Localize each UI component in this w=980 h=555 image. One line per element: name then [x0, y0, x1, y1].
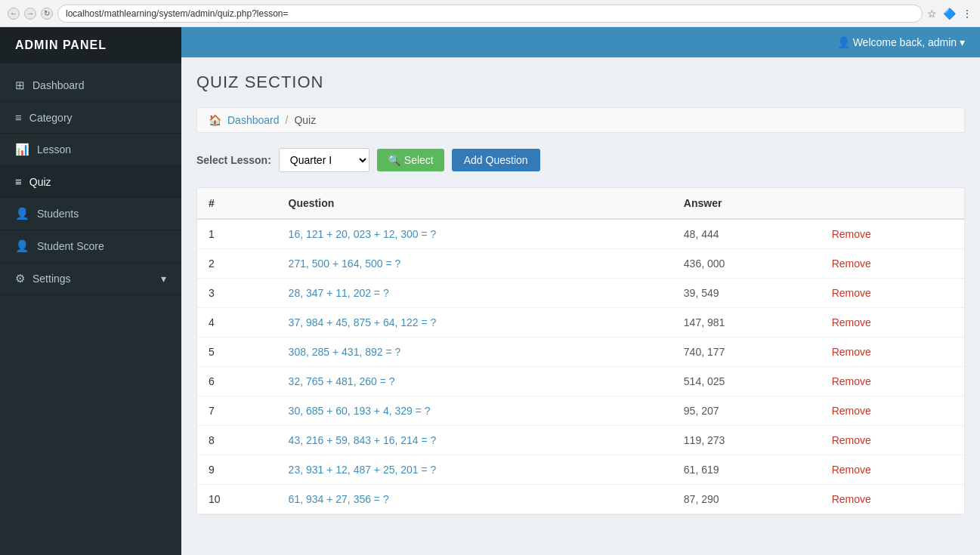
question-link[interactable]: 30, 685 + 60, 193 + 4, 329 = ? — [289, 405, 431, 417]
cell-question: 28, 347 + 11, 202 = ? — [277, 279, 672, 308]
col-header-num: # — [197, 188, 277, 219]
remove-link[interactable]: Remove — [832, 257, 871, 270]
cell-question: 32, 765 + 481, 260 = ? — [277, 367, 672, 396]
forward-btn[interactable]: → — [24, 8, 36, 20]
cell-remove: Remove — [821, 308, 964, 338]
admin-panel-title: ADMIN PANEL — [0, 27, 181, 63]
select-button[interactable]: 🔍 Select — [377, 149, 444, 171]
cell-remove: Remove — [821, 219, 964, 249]
sidebar-item-quiz[interactable]: ≡ Quiz — [0, 166, 181, 198]
cell-remove: Remove — [821, 338, 964, 367]
star-icon[interactable]: ☆ — [927, 8, 937, 20]
main-content: 👤 Welcome back, admin ▾ QUIZ SECTION 🏠 D… — [181, 27, 980, 555]
cell-question: 271, 500 + 164, 500 = ? — [277, 249, 672, 279]
lesson-select[interactable]: Quarter I Quarter II Quarter III Quarter… — [279, 148, 369, 172]
cell-remove: Remove — [821, 279, 964, 308]
question-link[interactable]: 23, 931 + 12, 487 + 25, 201 = ? — [289, 464, 437, 476]
breadcrumb-current: Quiz — [294, 114, 316, 126]
welcome-message[interactable]: 👤 Welcome back, admin ▾ — [837, 36, 965, 48]
url-bar[interactable] — [57, 5, 923, 23]
table-row: 10 61, 934 + 27, 356 = ? 87, 290 Remove — [197, 485, 964, 514]
cell-num: 9 — [197, 455, 277, 485]
sidebar-item-students-label: Students — [37, 208, 79, 220]
cell-remove: Remove — [821, 455, 964, 485]
sidebar-item-lesson-label: Lesson — [37, 143, 71, 156]
sidebar-item-quiz-label: Quiz — [29, 176, 51, 188]
quiz-icon: ≡ — [15, 175, 22, 188]
cell-num: 1 — [197, 219, 277, 249]
back-btn[interactable]: ← — [8, 8, 20, 20]
welcome-text: Welcome back, admin — [853, 36, 957, 48]
remove-link[interactable]: Remove — [832, 464, 871, 476]
question-link[interactable]: 37, 984 + 45, 875 + 64, 122 = ? — [289, 316, 437, 328]
cell-question: 43, 216 + 59, 843 + 16, 214 = ? — [277, 426, 672, 455]
remove-link[interactable]: Remove — [832, 228, 871, 240]
cell-num: 7 — [197, 396, 277, 426]
sidebar-item-settings[interactable]: ⚙ Settings ▾ — [0, 263, 181, 295]
cell-num: 8 — [197, 426, 277, 455]
remove-link[interactable]: Remove — [832, 316, 871, 328]
cell-num: 5 — [197, 338, 277, 367]
cell-remove: Remove — [821, 367, 964, 396]
sidebar: ADMIN PANEL ⊞ Dashboard ≡ Category 📊 Les… — [0, 27, 181, 555]
sidebar-item-dashboard-label: Dashboard — [32, 79, 85, 91]
sidebar-item-lesson[interactable]: 📊 Lesson — [0, 134, 181, 166]
question-link[interactable]: 308, 285 + 431, 892 = ? — [289, 346, 401, 358]
extension-icon[interactable]: 🔷 — [943, 8, 956, 20]
cell-answer: 48, 444 — [672, 219, 821, 249]
cell-question: 61, 934 + 27, 356 = ? — [277, 485, 672, 514]
cell-answer: 95, 207 — [672, 396, 821, 426]
cell-num: 10 — [197, 485, 277, 514]
cell-remove: Remove — [821, 249, 964, 279]
sidebar-item-category[interactable]: ≡ Category — [0, 102, 181, 134]
remove-link[interactable]: Remove — [832, 287, 871, 299]
category-icon: ≡ — [15, 111, 22, 124]
menu-icon[interactable]: ⋮ — [962, 8, 972, 20]
settings-chevron-icon: ▾ — [161, 273, 166, 285]
remove-link[interactable]: Remove — [832, 493, 871, 505]
cell-answer: 87, 290 — [672, 485, 821, 514]
breadcrumb-separator: / — [286, 114, 289, 126]
sidebar-item-dashboard[interactable]: ⊞ Dashboard — [0, 69, 181, 102]
add-question-button[interactable]: Add Question — [452, 149, 540, 171]
top-bar: 👤 Welcome back, admin ▾ — [181, 27, 980, 57]
sidebar-nav: ⊞ Dashboard ≡ Category 📊 Lesson ≡ Quiz 👤… — [0, 63, 181, 295]
table-row: 1 16, 121 + 20, 023 + 12, 300 = ? 48, 44… — [197, 219, 964, 249]
table-row: 8 43, 216 + 59, 843 + 16, 214 = ? 119, 2… — [197, 426, 964, 455]
dropdown-arrow-icon: ▾ — [960, 36, 965, 48]
sidebar-item-student-score-label: Student Score — [37, 240, 104, 252]
user-icon: 👤 — [837, 36, 850, 48]
quiz-table-container: # Question Answer 1 16, 121 + 20, 023 + … — [196, 187, 965, 515]
page-title: QUIZ SECTION — [196, 72, 965, 92]
lesson-icon: 📊 — [15, 143, 29, 156]
question-link[interactable]: 16, 121 + 20, 023 + 12, 300 = ? — [289, 228, 437, 240]
table-row: 5 308, 285 + 431, 892 = ? 740, 177 Remov… — [197, 338, 964, 367]
content-area: QUIZ SECTION 🏠 Dashboard / Quiz Select L… — [181, 57, 980, 530]
question-link[interactable]: 271, 500 + 164, 500 = ? — [289, 257, 401, 270]
remove-link[interactable]: Remove — [832, 375, 871, 387]
table-row: 3 28, 347 + 11, 202 = ? 39, 549 Remove — [197, 279, 964, 308]
cell-answer: 436, 000 — [672, 249, 821, 279]
question-link[interactable]: 32, 765 + 481, 260 = ? — [289, 375, 395, 387]
cell-num: 2 — [197, 249, 277, 279]
cell-remove: Remove — [821, 426, 964, 455]
sidebar-item-student-score[interactable]: 👤 Student Score — [0, 230, 181, 263]
refresh-btn[interactable]: ↻ — [41, 8, 53, 20]
table-row: 2 271, 500 + 164, 500 = ? 436, 000 Remov… — [197, 249, 964, 279]
question-link[interactable]: 43, 216 + 59, 843 + 16, 214 = ? — [289, 434, 437, 446]
table-row: 9 23, 931 + 12, 487 + 25, 201 = ? 61, 61… — [197, 455, 964, 485]
question-link[interactable]: 61, 934 + 27, 356 = ? — [289, 493, 389, 505]
remove-link[interactable]: Remove — [832, 434, 871, 446]
select-button-label: Select — [404, 154, 434, 166]
breadcrumb-home[interactable]: Dashboard — [227, 114, 280, 126]
remove-link[interactable]: Remove — [832, 405, 871, 417]
cell-question: 30, 685 + 60, 193 + 4, 329 = ? — [277, 396, 672, 426]
remove-link[interactable]: Remove — [832, 346, 871, 358]
cell-question: 23, 931 + 12, 487 + 25, 201 = ? — [277, 455, 672, 485]
table-body: 1 16, 121 + 20, 023 + 12, 300 = ? 48, 44… — [197, 219, 964, 514]
table-header-row: # Question Answer — [197, 188, 964, 219]
dashboard-icon: ⊞ — [15, 79, 25, 92]
question-link[interactable]: 28, 347 + 11, 202 = ? — [289, 287, 389, 299]
col-header-answer: Answer — [672, 188, 821, 219]
sidebar-item-students[interactable]: 👤 Students — [0, 198, 181, 230]
